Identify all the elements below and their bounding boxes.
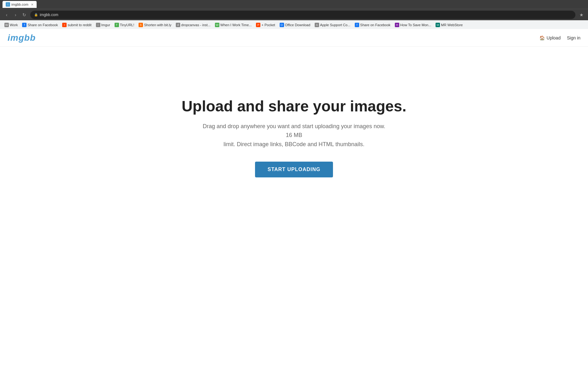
browser-toolbar: ‹ › ↻ 🔒 imgbb.com ★ (0, 9, 588, 20)
site-header: imgbb 🏠 Upload Sign in (0, 29, 588, 47)
bookmark-office-download[interactable]: OOffice Download (278, 21, 312, 28)
office-download-label: Office Download (285, 23, 311, 27)
active-tab[interactable]: i imgbb.com ✕ (3, 1, 37, 8)
subtitle-line1: Drag and drop anywhere you want and star… (203, 123, 385, 139)
subtitle-line2: limit. Direct image links, BBCode and HT… (223, 141, 365, 147)
upload-label: Upload (547, 35, 561, 40)
bookmark-tinyurl[interactable]: TTinyURL! (113, 21, 136, 28)
imgur-label: Imgur (101, 23, 110, 27)
bookmark-how-to-save[interactable]: HHow To Save Mon... (393, 21, 433, 28)
bookmark-mr-webstore[interactable]: MMR WebStore (434, 21, 465, 28)
mr-webstore-label: MR WebStore (441, 23, 463, 27)
signin-link[interactable]: Sign in (567, 35, 580, 40)
tinyurl-label: TinyURL! (120, 23, 134, 27)
how-to-save-label: How To Save Mon... (400, 23, 431, 27)
bookmark-shorten-bitly[interactable]: bShorten with bit.ly (137, 21, 173, 28)
bookmark-work[interactable]: WWork (3, 21, 20, 28)
bookmark-when-i-work[interactable]: WWhen I Work Time... (213, 21, 253, 28)
start-uploading-button[interactable]: START UPLOADING (255, 162, 333, 177)
nav-buttons: ‹ › ↻ (3, 11, 28, 19)
bookmark-share-facebook-2[interactable]: fShare on Facebook (353, 21, 392, 28)
apple-support-label: Apple Support Co... (320, 23, 350, 27)
pocket-favicon: P (256, 23, 260, 27)
bookmark-dropcanvas[interactable]: ddropcanvas - inst... (174, 21, 212, 28)
imgur-favicon: i (96, 23, 100, 27)
submit-reddit-label: submit to reddit (68, 23, 91, 27)
pocket-label: + Pocket (261, 23, 275, 27)
shorten-bitly-favicon: b (139, 23, 143, 27)
bookmark-imgur[interactable]: iImgur (94, 21, 112, 28)
main-title: Upload and share your images. (181, 97, 406, 116)
lock-icon: 🔒 (34, 13, 38, 16)
share-facebook-2-label: Share on Facebook (360, 23, 390, 27)
back-button[interactable]: ‹ (3, 11, 11, 19)
share-facebook-1-favicon: f (22, 23, 27, 27)
work-favicon: W (4, 23, 9, 27)
bookmark-submit-reddit[interactable]: rsubmit to reddit (60, 21, 93, 28)
upload-link[interactable]: 🏠 Upload (539, 35, 561, 40)
tab-close-icon[interactable]: ✕ (31, 3, 33, 6)
submit-reddit-favicon: r (62, 23, 67, 27)
header-right: 🏠 Upload Sign in (539, 35, 580, 40)
dropcanvas-favicon: d (176, 23, 180, 27)
main-subtitle: Drag and drop anywhere you want and star… (199, 122, 389, 149)
apple-support-favicon: A (315, 23, 319, 27)
bookmark-pocket[interactable]: P+ Pocket (254, 21, 277, 28)
forward-button[interactable]: › (11, 11, 20, 19)
shorten-bitly-label: Shorten with bit.ly (144, 23, 171, 27)
address-bar[interactable]: 🔒 imgbb.com (30, 11, 575, 19)
main-content: Upload and share your images. Drag and d… (0, 47, 588, 177)
how-to-save-favicon: H (395, 23, 399, 27)
refresh-button[interactable]: ↻ (20, 11, 28, 19)
share-facebook-1-label: Share on Facebook (27, 23, 58, 27)
office-download-favicon: O (280, 23, 284, 27)
address-text: imgbb.com (40, 13, 58, 17)
work-label: Work (10, 23, 18, 27)
bookmark-apple-support[interactable]: AApple Support Co... (313, 21, 352, 28)
bookmarks-bar: WWorkfShare on Facebookrsubmit to reddit… (0, 20, 588, 29)
bookmark-share-facebook-1[interactable]: fShare on Facebook (20, 21, 60, 28)
site-logo[interactable]: imgbb (8, 33, 36, 43)
upload-icon: 🏠 (539, 35, 545, 40)
tinyurl-favicon: T (115, 23, 119, 27)
dropcanvas-label: dropcanvas - inst... (181, 23, 211, 27)
mr-webstore-favicon: M (436, 23, 440, 27)
tab-favicon: i (6, 2, 10, 7)
share-facebook-2-favicon: f (355, 23, 359, 27)
tab-title: imgbb.com (11, 3, 28, 6)
when-i-work-label: When I Work Time... (220, 23, 252, 27)
bookmark-star-icon[interactable]: ★ (577, 11, 585, 19)
when-i-work-favicon: W (215, 23, 219, 27)
